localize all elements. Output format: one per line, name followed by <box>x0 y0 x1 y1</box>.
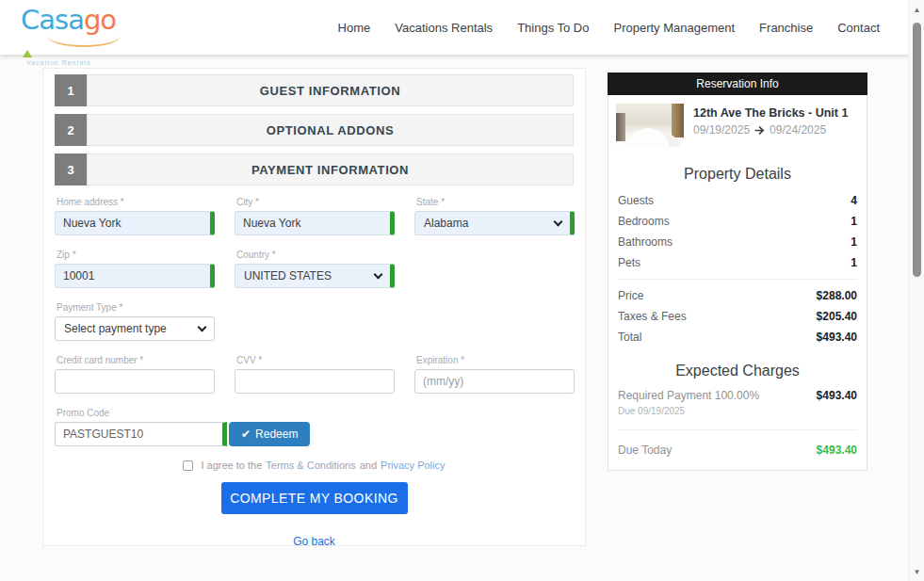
step-1-title: GUEST INFORMATION <box>260 84 400 98</box>
agree-text-prefix: I agree to the <box>201 460 262 471</box>
expiration-field[interactable] <box>414 369 575 394</box>
property-detail-row: Guests 4 <box>608 190 867 211</box>
terms-checkbox[interactable] <box>183 460 193 471</box>
step-optional-addons: 2 OPTIONAL ADDONS <box>55 114 574 146</box>
nav-item[interactable]: Things To Do <box>517 21 589 35</box>
cvv-group: CVV * <box>235 355 395 394</box>
detail-label: Bedrooms <box>618 215 670 228</box>
credit-card-group: Credit card number * <box>55 355 215 394</box>
payment-type-select[interactable]: Select payment type <box>55 316 215 341</box>
zip-group: Zip * <box>55 250 215 288</box>
city-label: City * <box>236 197 395 207</box>
reservation-info-body: 12th Ave The Bricks - Unit 1 09/19/2025 … <box>608 95 867 471</box>
terms-agree-row: I agree to the Terms & Conditions and Pr… <box>55 460 574 471</box>
chevron-down-icon <box>554 217 563 226</box>
country-select[interactable]: UNITED STATES <box>235 264 395 288</box>
step-3-number-badge[interactable]: 3 <box>55 153 87 186</box>
country-group: Country * UNITED STATES <box>235 250 395 288</box>
main-nav: Home Vacations Rentals Things To Do Prop… <box>338 0 880 55</box>
nav-item[interactable]: Home <box>338 21 371 35</box>
home-address-field[interactable] <box>55 211 215 235</box>
promo-code-label: Promo Code <box>57 408 574 418</box>
country-selected-value: UNITED STATES <box>244 269 332 282</box>
cvv-label: CVV * <box>236 355 395 365</box>
pricing-value: $493.40 <box>817 331 857 344</box>
terms-conditions-link[interactable]: Terms & Conditions <box>266 460 355 471</box>
payment-type-label: Payment Type * <box>57 302 215 313</box>
logo-triangle-icon <box>23 50 32 57</box>
detail-label: Bathrooms <box>618 235 673 249</box>
step-2-number-badge[interactable]: 2 <box>55 114 87 146</box>
due-today-value: $493.40 <box>817 444 857 457</box>
promo-code-field[interactable] <box>55 422 227 446</box>
step-3-header[interactable]: PAYMENT INFORMATION <box>87 153 574 186</box>
step-2-title: OPTIONAL ADDONS <box>267 123 394 137</box>
step-1-header[interactable]: GUEST INFORMATION <box>87 74 574 106</box>
photo-curtain-shape <box>672 104 684 137</box>
country-label: Country * <box>236 250 395 260</box>
logo-tagline: Vacation Rentals <box>26 59 124 66</box>
detail-value: 1 <box>851 215 857 228</box>
property-details-list: Guests 4 Bedrooms 1 Bathrooms 1 Pets 1 <box>608 190 867 273</box>
expiration-label: Expiration * <box>416 355 575 365</box>
nav-item[interactable]: Vacations Rentals <box>395 21 493 35</box>
step-guest-information: 1 GUEST INFORMATION <box>55 74 574 106</box>
city-field[interactable] <box>235 211 395 235</box>
property-photo <box>616 104 684 147</box>
booking-form-panel: 1 GUEST INFORMATION 2 OPTIONAL ADDONS 3 … <box>42 68 586 546</box>
privacy-policy-link[interactable]: Privacy Policy <box>381 460 445 471</box>
arrow-right-icon <box>754 124 766 137</box>
home-address-group: Home address * <box>55 197 215 235</box>
pricing-value: $288.00 <box>817 289 857 302</box>
scroll-up-icon[interactable]: ▲ <box>909 2 924 17</box>
page-scrollbar[interactable]: ▲ ▼ <box>908 0 924 581</box>
due-today-label: Due Today <box>618 444 672 457</box>
payment-form: Home address * City * State * Alabama Zi… <box>55 197 574 548</box>
stay-dates: 09/19/2025 09/24/2025 <box>693 123 848 137</box>
property-details-title: Property Details <box>608 166 867 183</box>
divider <box>618 279 857 280</box>
credit-card-field[interactable] <box>55 369 215 394</box>
nav-item[interactable]: Franchise <box>759 21 813 35</box>
detail-value: 1 <box>851 235 857 249</box>
scrollbar-thumb[interactable] <box>913 23 921 277</box>
step-payment-information: 3 PAYMENT INFORMATION <box>55 153 574 186</box>
casago-logo[interactable]: Casago Vacation Rentals <box>21 6 124 49</box>
payment-type-selected-value: Select payment type <box>64 322 167 335</box>
state-select[interactable]: Alabama <box>414 211 575 235</box>
property-detail-row: Pets 1 <box>608 252 867 273</box>
home-address-label: Home address * <box>57 197 215 207</box>
checkout-date: 09/24/2025 <box>770 123 826 137</box>
photo-furniture-shape <box>616 113 625 141</box>
top-header: Casago Vacation Rentals Home Vacations R… <box>0 0 908 55</box>
chevron-down-icon <box>374 269 383 279</box>
nav-item[interactable]: Contact <box>837 21 880 35</box>
check-icon: ✔ <box>241 428 251 441</box>
property-detail-row: Bedrooms 1 <box>608 211 867 232</box>
logo-text-orange: go <box>84 4 116 36</box>
required-payment-due-note: Due 09/19/2025 <box>608 404 867 424</box>
required-payment-value: $493.40 <box>817 389 857 402</box>
detail-value: 4 <box>851 194 857 207</box>
detail-label: Guests <box>618 194 654 207</box>
zip-label: Zip * <box>57 250 215 260</box>
redeem-button[interactable]: ✔ Redeem <box>229 422 310 446</box>
logo-wordmark: Casago <box>21 6 124 62</box>
complete-booking-button[interactable]: COMPLETE MY BOOKING <box>221 482 408 514</box>
property-name: 12th Ave The Bricks - Unit 1 <box>693 106 848 120</box>
pricing-list: Price $288.00 Taxes & Fees $205.40 Total… <box>608 285 867 347</box>
expected-charges-title: Expected Charges <box>608 363 867 379</box>
nav-item[interactable]: Property Management <box>613 21 735 35</box>
divider <box>618 429 857 430</box>
scroll-down-icon[interactable]: ▼ <box>909 564 924 579</box>
step-2-header[interactable]: OPTIONAL ADDONS <box>87 114 574 146</box>
pricing-row: Taxes & Fees $205.40 <box>608 306 867 327</box>
go-back-link[interactable]: Go back <box>293 535 335 548</box>
state-label: State * <box>416 197 575 207</box>
zip-field[interactable] <box>55 264 215 288</box>
pricing-row: Total $493.40 <box>608 327 867 347</box>
step-1-number-badge[interactable]: 1 <box>55 74 87 106</box>
cvv-field[interactable] <box>235 369 395 394</box>
promo-group: Promo Code ✔ Redeem <box>55 408 574 446</box>
reservation-info-card: Reservation Info 12th Ave The Bricks - U… <box>608 73 867 471</box>
